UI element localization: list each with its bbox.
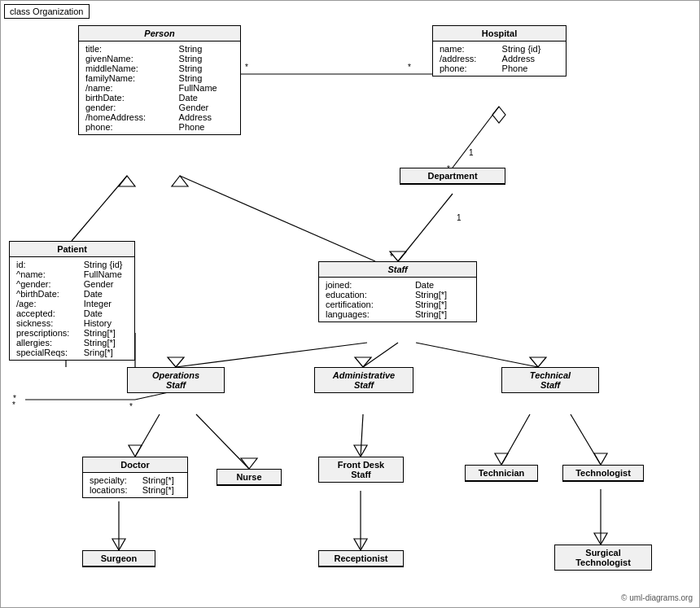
department-box: Department (400, 168, 505, 185)
department-title: Department (400, 168, 505, 184)
svg-line-24 (135, 414, 160, 457)
technologist-box: Technologist (562, 465, 644, 482)
technical-staff-title: TechnicalStaff (502, 368, 598, 392)
svg-marker-31 (495, 453, 508, 465)
doctor-title: Doctor (83, 457, 187, 473)
svg-marker-35 (112, 539, 125, 550)
staff-body: joined:Date education:String[*] certific… (319, 278, 476, 321)
svg-text:*: * (129, 402, 133, 411)
svg-line-28 (361, 414, 363, 457)
svg-marker-37 (354, 539, 367, 550)
diagram-container: class Organization 1 * 1 * * * * (0, 0, 700, 608)
administrative-staff-box: AdministrativeStaff (314, 367, 413, 393)
front-desk-staff-box: Front DeskStaff (318, 457, 404, 483)
technologist-title: Technologist (563, 466, 643, 481)
svg-marker-23 (530, 357, 546, 367)
patient-title: Patient (10, 242, 134, 257)
svg-marker-12 (119, 176, 135, 186)
staff-box: Staff joined:Date education:String[*] ce… (318, 261, 477, 322)
svg-line-11 (72, 176, 127, 241)
svg-marker-19 (168, 357, 184, 367)
svg-text:1: 1 (469, 148, 474, 157)
svg-line-32 (571, 414, 601, 465)
operations-staff-box: OperationsStaff (127, 367, 225, 393)
staff-title: Staff (319, 262, 476, 278)
svg-text:1: 1 (457, 213, 462, 222)
svg-text:*: * (408, 63, 411, 72)
patient-box: Patient id:String {id} ^name:FullName ^g… (9, 241, 135, 361)
diagram-title: class Organization (4, 4, 90, 19)
surgical-technologist-box: SurgicalTechnologist (554, 545, 652, 571)
svg-text:*: * (245, 63, 248, 72)
hospital-body: name:String {id} /address:Address phone:… (433, 42, 566, 76)
svg-line-13 (180, 176, 375, 261)
front-desk-staff-title: Front DeskStaff (319, 457, 403, 482)
surgical-technologist-title: SurgicalTechnologist (555, 545, 651, 570)
svg-marker-1 (492, 107, 505, 123)
nurse-box: Nurse (217, 469, 282, 486)
svg-marker-33 (594, 453, 607, 465)
svg-marker-14 (172, 176, 188, 186)
patient-body: id:String {id} ^name:FullName ^gender:Ge… (10, 257, 134, 360)
svg-line-30 (501, 414, 530, 465)
svg-line-26 (196, 414, 249, 469)
svg-marker-21 (355, 357, 371, 367)
svg-text:*: * (13, 394, 16, 403)
administrative-staff-title: AdministrativeStaff (315, 368, 413, 392)
svg-marker-39 (594, 533, 607, 545)
person-box: Person title:String givenName:String mid… (78, 25, 241, 135)
svg-line-22 (416, 343, 538, 367)
copyright-label: © uml-diagrams.org (621, 593, 693, 602)
receptionist-box: Receptionist (318, 550, 404, 567)
doctor-body: specialty:String[*] locations:String[*] (83, 473, 187, 497)
svg-line-0 (453, 107, 499, 168)
nurse-title: Nurse (217, 470, 281, 485)
surgeon-box: Surgeon (82, 550, 155, 567)
person-body: title:String givenName:String middleName… (79, 42, 240, 134)
svg-marker-25 (129, 445, 142, 457)
svg-marker-27 (241, 458, 257, 469)
svg-line-18 (176, 343, 367, 367)
technician-title: Technician (466, 466, 537, 481)
svg-text:*: * (12, 400, 15, 409)
svg-marker-29 (354, 445, 367, 457)
surgeon-title: Surgeon (83, 551, 155, 566)
svg-line-20 (363, 343, 398, 367)
hospital-box: Hospital name:String {id} /address:Addre… (432, 25, 567, 77)
technician-box: Technician (465, 465, 538, 482)
doctor-box: Doctor specialty:String[*] locations:Str… (82, 457, 188, 498)
receptionist-title: Receptionist (319, 551, 403, 566)
technical-staff-box: TechnicalStaff (501, 367, 599, 393)
svg-text:*: * (390, 252, 393, 261)
operations-staff-title: OperationsStaff (128, 368, 224, 392)
svg-line-4 (398, 194, 453, 261)
svg-marker-5 (390, 252, 406, 261)
person-title: Person (79, 26, 240, 42)
hospital-title: Hospital (433, 26, 566, 42)
